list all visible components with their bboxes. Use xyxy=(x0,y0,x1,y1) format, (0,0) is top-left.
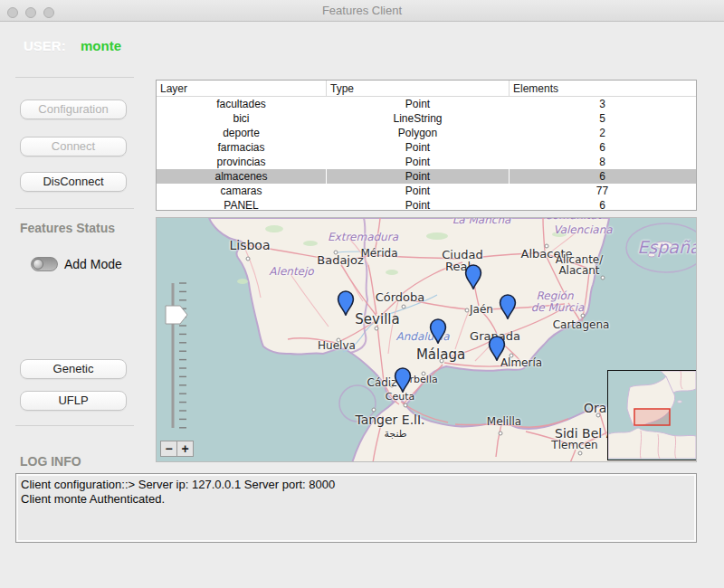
column-header-type[interactable]: Type xyxy=(327,81,510,96)
disconnect-button[interactable]: DisConnect xyxy=(20,172,127,192)
column-header-elements[interactable]: Elements xyxy=(510,81,696,96)
zoom-slider[interactable] xyxy=(164,278,195,441)
map-marker-icon[interactable] xyxy=(394,366,412,393)
overview-map[interactable] xyxy=(607,370,697,460)
city-label: Tanger E.lI. xyxy=(355,413,424,427)
elements-cell[interactable]: 3 xyxy=(510,97,696,111)
region-label: España xyxy=(637,237,697,257)
map-view[interactable]: ExtremaduraAlentejoLa ManchaComunitatVal… xyxy=(156,217,697,462)
map-marker-icon[interactable] xyxy=(464,263,482,289)
elements-cell[interactable]: 77 xyxy=(510,184,696,198)
table-row[interactable]: farmacias Point 6 xyxy=(157,140,696,155)
city-label: Huelva xyxy=(318,339,356,352)
features-client-window: Features Client USER: monte Configuratio… xyxy=(0,0,724,588)
log-output[interactable]: Client configuration::> Server ip: 127.0… xyxy=(15,473,697,543)
city-label: Melilla xyxy=(487,415,521,428)
table-row[interactable]: facultades Point 3 xyxy=(157,97,696,111)
city-dot-icon xyxy=(246,257,251,261)
city-dot-icon xyxy=(465,308,470,313)
city-label: Almería xyxy=(500,356,542,369)
configuration-button[interactable]: Configuration xyxy=(20,100,127,119)
table-row[interactable]: deporte Polygon 2 xyxy=(157,126,696,140)
title-bar: Features Client xyxy=(0,0,724,22)
layer-cell[interactable]: facultades xyxy=(157,97,327,111)
elements-cell[interactable]: 8 xyxy=(510,155,696,169)
log-line: Client configuration::> Server ip: 127.0… xyxy=(21,478,694,492)
table-row[interactable]: PANEL Point 6 xyxy=(157,198,696,213)
region-label: Región xyxy=(536,289,573,302)
city-label: Mérida xyxy=(361,247,398,260)
features-status-label: Features Status xyxy=(20,221,115,235)
type-cell[interactable]: Point xyxy=(327,155,510,169)
zoom-in-button[interactable]: + xyxy=(176,441,194,457)
city-dot-icon xyxy=(372,408,376,413)
region-label: Alentejo xyxy=(269,265,313,278)
type-cell[interactable]: Polygon xyxy=(327,126,510,140)
sidebar-divider xyxy=(15,77,134,78)
city-dot-icon xyxy=(581,314,586,318)
city-label: Sevilla xyxy=(355,311,399,327)
map-marker-icon[interactable] xyxy=(337,289,355,316)
map-marker-icon[interactable] xyxy=(499,293,517,319)
layers-table: Layer Type Elements facultades Point 3 b… xyxy=(156,80,697,211)
type-cell[interactable]: Point xyxy=(327,184,510,198)
elements-cell[interactable]: 6 xyxy=(510,169,696,184)
city-label: Tlemcen xyxy=(551,439,597,451)
region-label: Comunitat xyxy=(545,217,602,222)
city-label: Lisboa xyxy=(229,238,270,252)
layers-table-header: Layer Type Elements xyxy=(157,81,696,97)
layer-cell[interactable]: bici xyxy=(157,111,327,126)
layer-cell[interactable]: deporte xyxy=(157,126,327,140)
city-label: Badajoz xyxy=(317,253,364,267)
type-cell[interactable]: Point xyxy=(327,97,510,111)
table-row[interactable]: provincias Point 8 xyxy=(157,155,696,169)
type-cell[interactable]: Point xyxy=(327,140,510,155)
city-dot-icon xyxy=(402,305,406,309)
type-cell[interactable]: Point xyxy=(327,169,510,184)
elements-cell[interactable]: 6 xyxy=(510,140,696,155)
layer-cell[interactable]: camaras xyxy=(157,184,327,198)
sidebar-divider xyxy=(15,208,134,209)
uflp-button[interactable]: UFLP xyxy=(20,391,127,411)
log-info-label: LOG INFO xyxy=(20,454,81,469)
add-mode-toggle[interactable] xyxy=(31,257,58,271)
region-label: Valenciana xyxy=(553,223,612,236)
city-label: طنجة xyxy=(384,428,406,440)
city-label: Cartagena xyxy=(553,318,610,331)
city-label: Málaga xyxy=(416,346,465,363)
city-label: Córdoba xyxy=(376,290,425,304)
table-row[interactable]: camaras Point 77 xyxy=(157,184,696,198)
table-row[interactable]: almacenes Point 6 xyxy=(157,169,696,184)
city-dot-icon xyxy=(404,403,408,408)
city-dot-icon xyxy=(601,276,605,280)
genetic-button[interactable]: Genetic xyxy=(20,359,127,379)
elements-cell[interactable]: 2 xyxy=(510,126,696,140)
zoom-out-button[interactable]: − xyxy=(160,441,177,457)
city-dot-icon xyxy=(499,432,503,436)
type-cell[interactable]: LineString xyxy=(327,111,510,126)
region-label: de Murcia xyxy=(531,301,585,314)
elements-cell[interactable]: 6 xyxy=(510,198,696,213)
overview-extent-rect[interactable] xyxy=(634,409,670,425)
layer-cell[interactable]: PANEL xyxy=(157,198,327,213)
overview-map-graphic xyxy=(608,371,696,459)
elements-cell[interactable]: 5 xyxy=(510,111,696,126)
toggle-knob-icon xyxy=(33,259,43,270)
region-label: Extremadura xyxy=(328,231,398,243)
layer-cell[interactable]: farmacias xyxy=(157,140,327,155)
city-label: Jaén xyxy=(470,303,493,316)
layers-table-body: facultades Point 3 bici LineString 5 dep… xyxy=(157,97,696,213)
map-marker-icon[interactable] xyxy=(488,335,506,361)
region-label: La Mancha xyxy=(452,217,511,226)
connect-button[interactable]: Connect xyxy=(20,137,127,156)
column-header-layer[interactable]: Layer xyxy=(157,81,327,96)
map-marker-icon[interactable] xyxy=(429,318,447,344)
layer-cell[interactable]: provincias xyxy=(157,155,327,169)
layer-cell[interactable]: almacenes xyxy=(157,169,327,184)
table-row[interactable]: bici LineString 5 xyxy=(157,111,696,126)
user-value: monte xyxy=(81,38,121,53)
type-cell[interactable]: Point xyxy=(327,198,510,213)
add-mode-label: Add Mode xyxy=(64,257,122,271)
city-label: Alacant xyxy=(558,264,599,277)
city-label: Cádiz xyxy=(367,376,397,389)
